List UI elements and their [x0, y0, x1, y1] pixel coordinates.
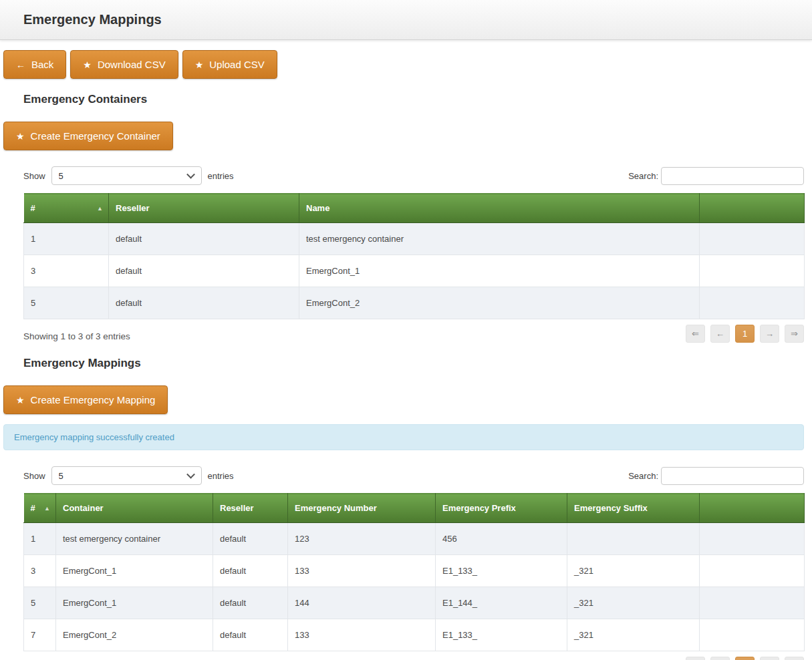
cell: default [109, 287, 299, 319]
entries-select-wrap: 5 [51, 166, 202, 185]
cell: 3 [24, 555, 56, 587]
containers-table-footer: Showing 1 to 3 of 3 entries ⇐ ← 1 → ⇒ [23, 325, 804, 343]
containers-section-heading: Emergency Containers [23, 93, 812, 106]
show-label: Show [23, 471, 45, 481]
cell: test emergency container [56, 523, 213, 555]
column-header-emergency-prefix[interactable]: Emergency Prefix [436, 494, 567, 523]
page-1-button[interactable]: 1 [735, 325, 755, 343]
next-page-button[interactable]: → [760, 657, 779, 660]
star-icon: ★ [16, 132, 25, 141]
cell: 133 [288, 555, 436, 587]
entries-per-page-select[interactable]: 5 [51, 166, 202, 185]
emergency-mappings-section: Emergency Mappings ★ Create Emergency Ma… [0, 357, 812, 660]
cell: EmergCont_1 [56, 587, 213, 619]
table-row: 1defaulttest emergency container [24, 223, 805, 255]
cell [700, 587, 805, 619]
column-header-name[interactable]: Name [299, 194, 700, 223]
entries-per-page-select[interactable]: 5 [51, 466, 202, 485]
cell: _321 [567, 555, 700, 587]
show-label: Show [23, 171, 45, 181]
cell: EmergCont_1 [299, 255, 700, 287]
table-header-row: #▲ResellerName [24, 194, 805, 223]
table-row: 1test emergency containerdefault123456 [24, 523, 805, 555]
cell [567, 523, 700, 555]
cell: EmergCont_2 [299, 287, 700, 319]
cell: 133 [288, 619, 436, 651]
cell: default [213, 555, 288, 587]
column-header-reseller[interactable]: Reseller [109, 194, 299, 223]
cell: 5 [24, 587, 56, 619]
page-header: Emergency Mappings [0, 0, 812, 40]
containers-table: #▲ResellerName1defaulttest emergency con… [23, 193, 805, 319]
cell [700, 223, 805, 255]
search-label: Search: [628, 471, 658, 481]
back-button-label: Back [31, 59, 53, 70]
download-csv-label: Download CSV [98, 59, 166, 70]
cell: E1_133_ [436, 555, 567, 587]
first-page-button[interactable]: ⇐ [686, 657, 705, 660]
table-row: 3defaultEmergCont_1 [24, 255, 805, 287]
first-page-button[interactable]: ⇐ [686, 325, 705, 343]
last-page-button[interactable]: ⇒ [785, 325, 804, 343]
star-icon: ★ [195, 60, 204, 69]
column-header-[interactable]: #▲ [24, 194, 109, 223]
cell: 456 [436, 523, 567, 555]
cell: 5 [24, 287, 109, 319]
toolbar: ← Back ★ Download CSV ★ Upload CSV [3, 50, 812, 79]
cell: 123 [288, 523, 436, 555]
table-row: 5defaultEmergCont_2 [24, 287, 805, 319]
cell: _321 [567, 587, 700, 619]
entries-per-page-control: Show 5 entries [23, 466, 234, 485]
column-header-emergency-number[interactable]: Emergency Number [288, 494, 436, 523]
upload-csv-label: Upload CSV [209, 59, 265, 70]
create-emergency-mapping-button[interactable]: ★ Create Emergency Mapping [3, 385, 168, 414]
containers-table-controls: Show 5 entries Search: [23, 166, 804, 185]
create-emergency-container-button[interactable]: ★ Create Emergency Container [3, 122, 173, 150]
column-header-reseller[interactable]: Reseller [213, 494, 288, 523]
mappings-search-control: Search: [628, 467, 804, 485]
success-alert: Emergency mapping successfully created [3, 424, 804, 450]
previous-page-button[interactable]: ← [710, 325, 730, 343]
mappings-table-footer: Showing 1 to 4 of 4 entries ⇐ ← 1 → ⇒ [23, 657, 804, 660]
column-header-[interactable]: #▲ [24, 494, 56, 523]
cell: 1 [24, 223, 109, 255]
containers-info-text: Showing 1 to 3 of 3 entries [23, 326, 130, 341]
arrow-left-icon: ← [16, 60, 25, 69]
cell: 1 [24, 523, 56, 555]
cell: default [109, 223, 299, 255]
cell: default [213, 619, 288, 651]
search-label: Search: [628, 171, 658, 181]
download-csv-button[interactable]: ★ Download CSV [70, 50, 178, 79]
cell: E1_133_ [436, 619, 567, 651]
page-title: Emergency Mappings [23, 12, 162, 27]
previous-page-button[interactable]: ← [710, 657, 730, 660]
star-icon: ★ [83, 60, 92, 69]
cell: 7 [24, 619, 56, 651]
back-button[interactable]: ← Back [3, 50, 66, 79]
cell: default [109, 255, 299, 287]
next-page-button[interactable]: → [760, 325, 779, 343]
star-icon: ★ [16, 395, 25, 405]
sort-ascending-icon: ▲ [44, 505, 50, 512]
cell: default [213, 587, 288, 619]
cell [700, 287, 805, 319]
last-page-button[interactable]: ⇒ [785, 657, 804, 660]
entries-select-wrap: 5 [51, 466, 202, 485]
column-header-emergency-suffix[interactable]: Emergency Suffix [567, 494, 700, 523]
containers-search-control: Search: [628, 167, 804, 185]
cell: E1_144_ [436, 587, 567, 619]
page-1-button[interactable]: 1 [735, 657, 755, 660]
table-row: 7EmergCont_2default133E1_133__321 [24, 619, 805, 651]
mappings-pagination: ⇐ ← 1 → ⇒ [686, 657, 804, 660]
cell: _321 [567, 619, 700, 651]
mappings-search-input[interactable] [661, 467, 804, 485]
sort-ascending-icon: ▲ [97, 205, 103, 212]
cell: 144 [288, 587, 436, 619]
upload-csv-button[interactable]: ★ Upload CSV [182, 50, 277, 79]
mappings-table: #▲ContainerResellerEmergency NumberEmerg… [23, 493, 805, 651]
cell: 3 [24, 255, 109, 287]
create-emergency-container-label: Create Emergency Container [31, 130, 160, 142]
containers-search-input[interactable] [661, 167, 804, 185]
entries-label: entries [208, 471, 234, 481]
column-header-container[interactable]: Container [56, 494, 213, 523]
